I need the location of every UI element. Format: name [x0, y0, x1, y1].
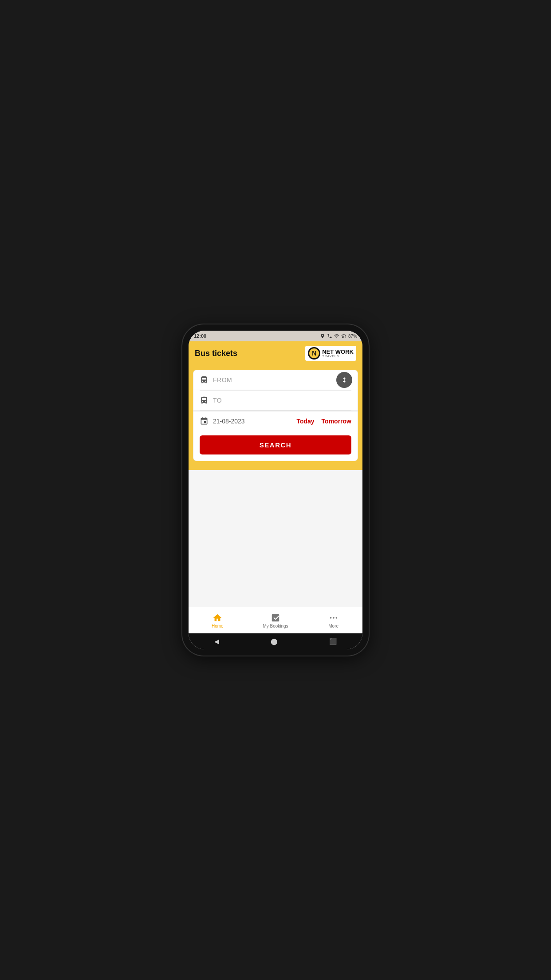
to-field[interactable]: TO [193, 391, 358, 411]
phone-screen: 12:00 87% Bus tickets N NET WO [189, 331, 362, 649]
svg-point-5 [335, 617, 337, 619]
to-placeholder: TO [213, 397, 351, 404]
svg-rect-0 [342, 336, 343, 338]
back-button[interactable]: ◀ [214, 638, 219, 645]
bookings-label: My Bookings [263, 624, 288, 628]
bookings-icon [271, 612, 280, 623]
signal-icon [341, 333, 346, 339]
search-area-bg: FROM TO [189, 365, 362, 470]
from-placeholder: FROM [213, 376, 351, 383]
date-field[interactable]: 21-08-2023 Today Tomorrow [193, 411, 358, 431]
today-button[interactable]: Today [296, 418, 314, 425]
status-bar: 12:00 87% [189, 331, 362, 341]
swap-button[interactable] [336, 372, 352, 388]
logo-n-icon: N [308, 347, 320, 360]
android-nav-bar: ◀ ⬤ ⬛ [189, 633, 362, 649]
logo-subtext: TRAVELS [322, 355, 354, 358]
svg-point-4 [333, 617, 335, 619]
battery-level: 87% [348, 334, 357, 339]
status-time: 12:00 [194, 333, 206, 339]
svg-point-3 [330, 617, 331, 619]
logo-name: NET WORK [322, 349, 354, 355]
tomorrow-button[interactable]: Tomorrow [322, 418, 351, 425]
status-icons: 87% [320, 333, 357, 339]
wifi-icon [334, 333, 339, 339]
svg-rect-2 [345, 335, 346, 338]
app-title: Bus tickets [195, 349, 237, 358]
logo-text-block: NET WORK TRAVELS [322, 349, 354, 358]
nav-bookings[interactable]: My Bookings [247, 607, 305, 633]
home-icon [213, 612, 222, 623]
recents-button[interactable]: ⬛ [329, 638, 337, 645]
main-content [189, 470, 362, 607]
from-field[interactable]: FROM [193, 370, 358, 390]
nav-home[interactable]: Home [189, 607, 247, 633]
calendar-icon [200, 417, 209, 426]
logo-container: N NET WORK TRAVELS [305, 346, 356, 361]
nav-more[interactable]: More [304, 607, 362, 633]
search-card: FROM TO [193, 370, 358, 461]
alarm-icon [320, 333, 325, 339]
home-button[interactable]: ⬤ [271, 638, 278, 645]
bus-to-icon [200, 396, 209, 405]
home-label: Home [212, 624, 224, 628]
date-value: 21-08-2023 [213, 418, 289, 425]
call-icon [327, 333, 332, 339]
app-header: Bus tickets N NET WORK TRAVELS [189, 341, 362, 365]
more-label: More [328, 624, 338, 628]
svg-rect-1 [343, 336, 344, 338]
search-button[interactable]: SEARCH [200, 435, 351, 454]
phone-shell: 12:00 87% Bus tickets N NET WO [182, 324, 369, 656]
more-icon [329, 612, 338, 623]
bus-from-icon [200, 375, 209, 384]
bottom-nav: Home My Bookings More [189, 607, 362, 633]
